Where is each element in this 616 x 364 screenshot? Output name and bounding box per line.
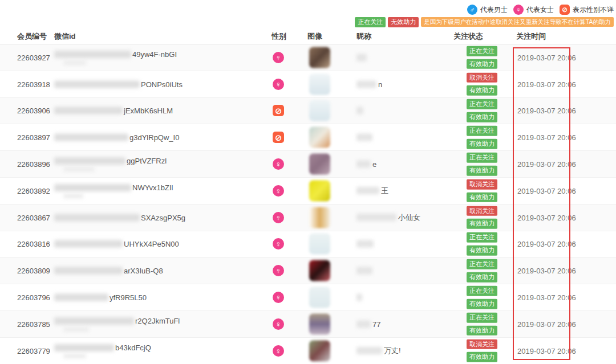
wechat-id-suffix: SXAzsgPX5g: [141, 213, 185, 222]
redacted-nickname: [356, 54, 367, 61]
member-id: 22603867: [17, 213, 50, 222]
follow-status-badge: 正在关注: [467, 232, 497, 243]
follow-time: 2019-03-07 20:06: [517, 107, 576, 115]
wechat-id-suffix: PONPs0iUts: [141, 80, 183, 88]
avatar-cell: [309, 260, 330, 281]
avatar: [309, 127, 330, 148]
wechat-id-suffix: g3dYlRpQw_I0: [129, 133, 179, 142]
wechat-id-line: SXAzsgPX5g: [54, 213, 185, 222]
avatar: [309, 313, 330, 334]
redacted-nickname: [356, 320, 371, 328]
male-icon: ♂: [467, 5, 477, 15]
table-row: 22603809 arX3IuB-Q8 ♀ 正在关注 有效助力 2019-03-…: [0, 257, 616, 284]
nickname: [356, 267, 372, 275]
follow-time: 2019-03-07 20:06: [517, 53, 576, 62]
table-row: 22603779 b43kdFcjQ ♀ 万丈! 取消关注 有效助力 2019-…: [0, 338, 616, 364]
avatar: [309, 260, 330, 281]
avatar-cell: [309, 287, 330, 308]
note-badge: 是因为下级用户在活动中途取消关注又重新关注导致不在计算TA的助力: [421, 17, 614, 27]
wechat-id: jExMbK6sHLM: [54, 107, 173, 115]
boost-status-badge: 有效助力: [467, 139, 497, 149]
nickname-suffix: 万丈!: [384, 346, 401, 356]
follow-time: 2019-03-07 20:06: [517, 186, 576, 195]
boost-status-badge: 有效助力: [467, 352, 497, 362]
table-row: 22603918 PONPs0iUts ♀ n 取消关注 有效助力 2019-0…: [0, 71, 616, 98]
boost-status-badge: 有效助力: [467, 299, 497, 309]
female-icon: ♀: [273, 212, 284, 223]
redacted-nickname: [356, 187, 379, 194]
follow-time: 2019-03-07 20:06: [517, 267, 576, 275]
follow-time: 2019-03-07 20:06: [517, 133, 576, 142]
table-row: 22603896 ggPtVZFRzl ♀ e 正在关注 有效助力 2019-0…: [0, 151, 616, 178]
legend-item-male: ♂ 代表男士: [467, 5, 508, 15]
status-cell: 正在关注 有效助力: [467, 232, 497, 256]
nickname-suffix: 77: [372, 320, 380, 328]
boost-status-badge: 有效助力: [467, 112, 497, 122]
avatar: [309, 234, 330, 255]
female-icon: ♀: [273, 292, 284, 303]
member-id: 22603785: [17, 320, 50, 328]
follow-status-badge: 取消关注: [467, 179, 497, 190]
member-id: 22603927: [17, 53, 50, 62]
wechat-id-suffix: b43kdFcjQ: [115, 343, 151, 352]
avatar-cell: [309, 47, 330, 68]
follow-status-badge: 取消关注: [467, 206, 497, 216]
redacted-nickname: [356, 161, 371, 168]
female-icon: ♀: [273, 52, 284, 63]
avatar: [309, 180, 330, 201]
status-cell: 取消关注 有效助力: [467, 179, 497, 203]
table-row: 22603927 49yw4F-nbGI ♀ 正在关注 有效助力 2019-03…: [0, 44, 616, 71]
female-icon: ♀: [273, 265, 284, 276]
legend-unknown-label: 表示性别不详: [573, 5, 614, 15]
header-wechat-id: 微信id: [54, 31, 76, 42]
follow-time: 2019-03-07 20:06: [517, 240, 576, 248]
gender-cell: ⊘: [268, 105, 289, 116]
boost-status-badge: 有效助力: [467, 192, 497, 202]
follow-status-badge: 正在关注: [467, 126, 497, 136]
boost-status-badge: 有效助力: [467, 219, 497, 229]
wechat-id-suffix: ggPtVZFRzl: [127, 157, 167, 165]
nickname-suffix: 王: [381, 186, 388, 196]
redacted-wechat-id: [54, 157, 125, 165]
status-cell: 正在关注 有效助力: [467, 46, 497, 69]
invalid-boost-badge: 无效助力: [388, 17, 419, 27]
nickname: n: [356, 80, 382, 88]
redacted-nickname: [356, 294, 362, 301]
redacted-wechat-id-line2: [63, 167, 95, 171]
header-member-id: 会员编号: [17, 31, 47, 42]
wechat-id-line: r2Q2JkmTuFl: [54, 317, 180, 325]
status-cell: 正在关注 有效助力: [467, 286, 497, 309]
follow-time: 2019-03-07 20:06: [517, 80, 576, 88]
redacted-nickname: [356, 347, 382, 354]
redacted-wechat-id: [54, 317, 134, 325]
member-id: 22603779: [17, 346, 50, 355]
member-id: 22603918: [17, 80, 50, 88]
header-avatar: 图像: [307, 31, 322, 42]
avatar: [309, 47, 330, 68]
redacted-wechat-id: [54, 134, 128, 141]
redacted-wechat-id-line2: [63, 194, 83, 198]
female-icon: ♀: [273, 238, 284, 250]
gender-cell: ♀: [268, 238, 289, 250]
gender-cell: ♀: [268, 345, 289, 357]
member-id: 22603796: [17, 293, 50, 302]
nickname: 万丈!: [356, 346, 401, 356]
member-id: 22603892: [17, 186, 50, 195]
avatar-cell: [309, 207, 330, 228]
avatar-cell: [309, 313, 330, 334]
wechat-id-line: ggPtVZFRzl: [54, 157, 167, 165]
status-cell: 正在关注 有效助力: [467, 126, 497, 149]
header-follow-time: 关注时间: [516, 31, 546, 42]
member-id: 22603896: [17, 160, 50, 169]
avatar: [309, 154, 330, 175]
follow-status-badge: 取消关注: [467, 72, 497, 83]
gender-cell: ♀: [268, 185, 289, 197]
follow-time: 2019-03-07 20:06: [517, 160, 576, 169]
gender-legend: ♂ 代表男士 ♀ 代表女士 ⊘ 表示性别不详: [467, 5, 614, 15]
redacted-wechat-id-line2: [63, 354, 86, 358]
wechat-id-line: g3dYlRpQw_I0: [54, 133, 179, 142]
redacted-nickname: [356, 134, 372, 141]
avatar-cell: [309, 154, 330, 175]
wechat-id-suffix: NWYvx1bZIl: [132, 183, 173, 192]
member-id: 22603816: [17, 240, 50, 248]
